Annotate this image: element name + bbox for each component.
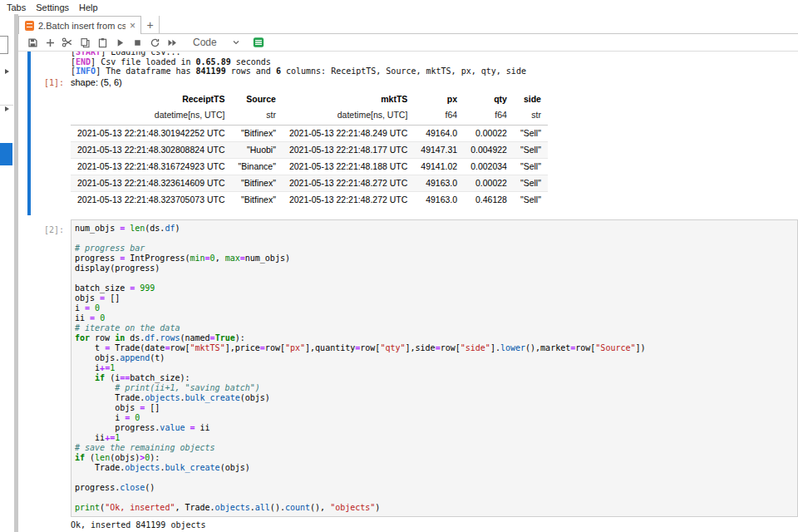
code-line: batch_size = 999 [75,283,797,293]
text-segment: batch_size [75,283,130,293]
text-segment: 999 [140,283,155,293]
text-segment: (objs) [220,463,250,472]
run-button[interactable] [114,36,126,49]
text-segment: (i [105,373,120,382]
table-cell: 49163.0 [414,175,464,191]
tab-close-icon[interactable]: × [130,21,135,31]
text-segment: += [105,433,115,442]
text-segment: progress. [75,483,120,492]
notebook-tab[interactable]: 2.Batch insert from csv.ipynb × [18,16,141,34]
text-segment: [] [145,403,160,412]
table-dtype-cell: f64 [464,107,514,126]
text-segment: "Ok, inserted" [105,503,175,512]
chevron-down-icon [231,37,241,47]
code-line [75,473,797,483]
text-segment: columns: ReceiptTS, Source, mktTS, px, q… [281,66,526,76]
code-line: ii+=1 [75,433,797,443]
text-segment: 1 [110,363,115,372]
table-cell: "Binance" [231,158,282,175]
text-segment: ds. [125,333,145,342]
code-line: # iterate on the data [75,323,797,333]
text-segment: len [130,224,145,233]
new-tab-button[interactable]: + [141,16,160,34]
table-cell: "Bitfinex" [231,191,282,208]
code-line: if (len(objs)>0): [75,453,797,463]
table-header-cell: px [414,91,464,107]
table-cell: 2021-05-13 22:21:48.272 UTC [283,191,414,208]
run-all-button[interactable] [166,36,178,49]
code-cell-1: [START] Loading csv...[END] Csv file loa… [18,52,798,215]
table-header-cell: mktTS [283,91,414,107]
text-segment: i [75,363,100,372]
table-cell: 2021-05-13 22:21:48.272 UTC [283,175,414,191]
text-segment: value [160,423,185,432]
table-cell: 2021-05-13 22:21:48.316724923 UTC [71,158,231,175]
code-line: t = Trade(date=row["mktTS"],price=row["p… [75,343,797,353]
insert-cell-button[interactable] [44,36,56,49]
code-line: progress.close() [75,483,797,493]
code-line [75,493,797,503]
text-segment: min [190,254,205,263]
table-dtype-cell: datetime[ns, UTC] [71,107,231,126]
text-segment: START [76,52,101,57]
menu-item-settings[interactable]: Settings [31,2,74,12]
text-segment: ]. [490,343,500,352]
menu-item-tabs[interactable]: Tabs [2,2,31,12]
text-segment: 1 [115,433,120,442]
table-cell: "Sell" [514,158,548,175]
stream-line: [INFO] The dataframe has 841199 rows and… [71,66,798,76]
stop-button[interactable] [131,36,143,49]
copy-cells-button[interactable] [79,36,91,49]
code-line: objs = [] [75,293,797,303]
text-segment: row[ [170,343,190,352]
table-cell: 2021-05-13 22:21:48.177 UTC [283,141,414,158]
tab-bar: 2.Batch insert from csv.ipynb × + [18,14,798,34]
text-segment: IntProgress( [125,254,190,263]
text-segment: # iterate on the data [75,323,180,332]
text-segment: (),market [525,343,570,352]
cell-collapser[interactable] [27,52,31,215]
sidebar-icon-fragment[interactable] [0,36,8,54]
text-segment: max [225,254,240,263]
output-prompt: [1]: [31,76,64,89]
table-cell: "Bitfinex" [231,125,282,141]
paste-cells-button[interactable] [96,36,108,49]
text-segment: ii [195,423,210,432]
cut-cells-button[interactable] [62,36,73,49]
text-segment: "qty" [380,343,405,352]
table-row: 2021-05-13 22:21:48.316724923 UTC"Binanc… [71,158,548,175]
text-segment: objs. [75,353,120,362]
text-segment: rows [160,333,180,342]
table-cell: 0.004922 [464,141,514,158]
dataframe-table: ReceiptTSSourcemktTSpxqtysidedatetime[ns… [71,91,548,209]
text-segment: print [75,503,100,512]
text-segment: progress. [75,423,160,432]
text-segment: i [75,303,85,313]
text-segment: ] Csv file loaded in [91,57,195,66]
text-segment: append [120,353,150,362]
code-line: i+=1 [75,363,797,373]
text-segment: lower [500,343,525,352]
text-segment: row[ [575,343,595,352]
code-line: ii = 0 [75,313,797,323]
menu-item-help[interactable]: Help [74,2,103,12]
menu-bar: Tabs Settings Help [0,0,798,14]
sidebar-caret-icon [5,106,9,111]
text-segment: (objs) [240,393,270,402]
table-cell: "Sell" [514,175,548,191]
text-segment: "side" [461,343,490,352]
offline-notebook-icon[interactable] [253,37,264,48]
table-cell: 49141.02 [414,158,464,175]
text-segment: batch_size): [130,373,190,382]
restart-kernel-button[interactable] [149,36,160,49]
text-segment: (ds. [145,224,165,233]
code-editor[interactable]: num_objs = len(ds.df) # progress barprog… [71,219,798,517]
table-cell: 0.46128 [464,191,514,208]
text-segment: num_objs [75,224,120,233]
save-button[interactable] [27,36,38,49]
code-line: Trade.objects.bulk_create(objs) [75,393,797,403]
sidebar-tab-active-indicator[interactable] [0,143,12,165]
text-segment: row[ [265,343,285,352]
celltype-dropdown[interactable]: Code [193,37,241,48]
table-cell: 0.00022 [464,175,514,191]
